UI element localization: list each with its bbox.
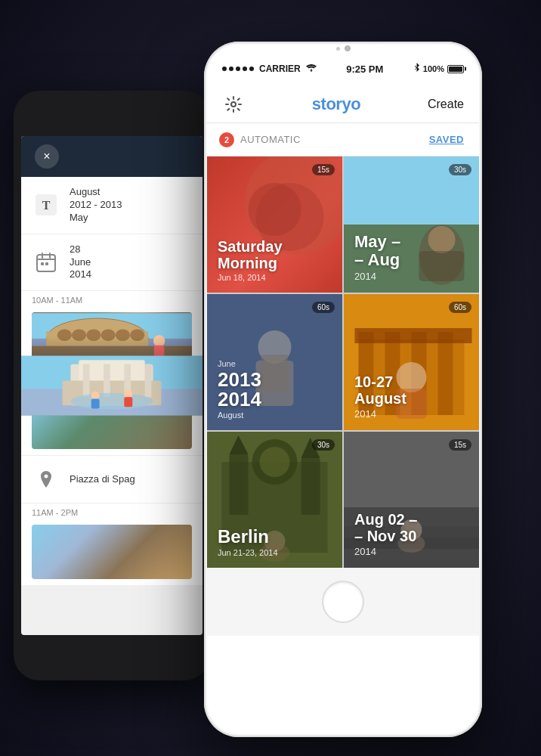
back-phone-screen: × T August2012 - 2013May [21, 136, 202, 635]
status-left: CARRIER [222, 64, 317, 74]
front-camera [336, 47, 340, 51]
story-duration: 30s [312, 439, 335, 451]
story-duration: 15s [312, 164, 335, 175]
story-card-saturday-morning[interactable]: 15s SaturdayMorning Jun 18, 2014 [207, 156, 342, 293]
story-card-aug02-nov30[interactable]: 15s Aug 02 –– Nov 30 2014 [344, 432, 479, 568]
svg-point-46 [249, 183, 301, 236]
home-button-area [207, 568, 479, 636]
tab-badge: 2 [219, 132, 234, 147]
story-year: 2014 [354, 408, 468, 420]
svg-rect-74 [301, 458, 320, 515]
tab-automatic-label: AUTOMATIC [240, 134, 301, 145]
story-subtitle: Jun 21-23, 2014 [218, 548, 332, 557]
signal-dot-1 [222, 67, 227, 71]
story-duration: 60s [312, 302, 335, 313]
story-year: 2014 [354, 271, 468, 282]
signal-dot-3 [236, 67, 240, 71]
svg-rect-65 [355, 328, 472, 343]
svg-rect-73 [230, 454, 249, 515]
app-header: storyo Create [207, 85, 479, 123]
wifi-icon [306, 64, 317, 74]
earpiece [345, 45, 351, 51]
front-phone: CARRIER 9:25 PM 100% [204, 42, 482, 737]
story-card-10-27-august[interactable]: 60s 10-27August 2014 [344, 294, 479, 430]
story-text: Aug 02 –– Nov 30 2014 [354, 511, 468, 557]
top-sensor-area [207, 45, 479, 52]
app-tabs: 2 AUTOMATIC SAVED [207, 123, 479, 156]
story-title: 20132014 [218, 370, 332, 409]
tab-automatic[interactable]: 2 AUTOMATIC [219, 132, 429, 147]
story-text: May –– Aug 2014 [354, 233, 468, 282]
story-title: SaturdayMorning [218, 238, 332, 271]
story-card-may-aug[interactable]: 30s May –– Aug 2014 [344, 156, 479, 293]
carrier-name: CARRIER [259, 64, 301, 74]
status-right: 100% [413, 63, 464, 75]
gear-button[interactable] [222, 93, 245, 116]
story-card-berlin[interactable]: 30s Berlin Jun 21-23, 2014 [207, 432, 342, 568]
story-subtitle: Jun 18, 2014 [218, 273, 332, 282]
story-title: 10-27August [354, 373, 468, 407]
stories-grid: 15s SaturdayMorning Jun 18, 2014 [207, 156, 479, 568]
trevi-image [32, 525, 192, 579]
signal-dot-4 [243, 67, 247, 71]
create-button[interactable]: Create [428, 98, 464, 111]
story-text: SaturdayMorning Jun 18, 2014 [218, 238, 332, 282]
status-time: 9:25 PM [346, 64, 383, 75]
battery-percent: 100% [423, 64, 444, 73]
story-text: 10-27August 2014 [354, 373, 468, 420]
story-duration: 60s [449, 302, 471, 313]
story-duration: 15s [449, 439, 471, 451]
photo-thumbnail [32, 525, 192, 579]
home-button[interactable] [322, 581, 364, 623]
list-item[interactable] [21, 519, 202, 586]
tab-saved[interactable]: SAVED [429, 134, 467, 145]
svg-point-43 [231, 102, 236, 107]
story-title: Berlin [218, 527, 332, 547]
front-phone-inner: CARRIER 9:25 PM 100% [207, 45, 479, 734]
back-phone-list: T August2012 - 2013May 2 [21, 177, 202, 586]
app-logo: storyo [312, 94, 360, 114]
story-year: 2014 [354, 546, 468, 557]
battery-fill [449, 67, 462, 72]
status-bar: CARRIER 9:25 PM 100% [207, 52, 479, 85]
story-title: May –– Aug [354, 233, 468, 269]
story-subtitle: August [218, 411, 332, 420]
back-phone: × T August2012 - 2013May [14, 91, 210, 680]
story-text: Berlin Jun 21-23, 2014 [218, 527, 332, 557]
battery-icon [447, 65, 464, 73]
svg-point-72 [260, 447, 290, 477]
story-title: Aug 02 –– Nov 30 [354, 511, 468, 544]
bluetooth-icon [413, 63, 420, 75]
signal-dot-2 [229, 67, 233, 71]
story-text: June 20132014 August [218, 359, 332, 420]
story-duration: 30s [449, 164, 471, 175]
story-card-june-2013-2014[interactable]: 60s June 20132014 August [207, 294, 342, 430]
story-pre-title: June [218, 359, 332, 368]
signal-dot-5 [249, 67, 254, 71]
